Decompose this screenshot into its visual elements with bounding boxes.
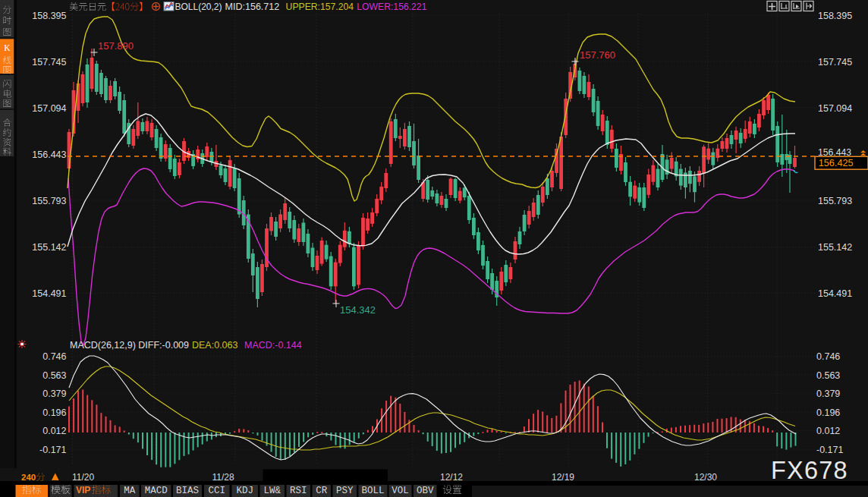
svg-text:157.745: 157.745 (818, 57, 852, 68)
svg-text:UPPER:157.204: UPPER:157.204 (286, 2, 354, 12)
svg-text:MA: MA (124, 486, 136, 496)
svg-text:240: 240 (21, 473, 36, 482)
svg-text:0.196: 0.196 (42, 407, 66, 418)
svg-text:MACD:-0.144: MACD:-0.144 (244, 340, 302, 351)
svg-text:156.425: 156.425 (819, 158, 854, 168)
svg-text:KDJ: KDJ (237, 486, 254, 496)
svg-text:12/12: 12/12 (440, 472, 463, 483)
svg-text:154.491: 154.491 (32, 288, 66, 299)
svg-text:CCI: CCI (209, 486, 226, 496)
svg-text:LW&: LW& (264, 486, 281, 496)
svg-text:VIP: VIP (76, 485, 90, 495)
svg-text:0.379: 0.379 (816, 388, 840, 399)
svg-text:154.342: 154.342 (340, 304, 376, 316)
svg-text:DEA:0.063: DEA:0.063 (192, 340, 238, 351)
svg-text:157.760: 157.760 (580, 49, 615, 61)
svg-text:0.746: 0.746 (816, 351, 840, 362)
svg-text:0.012: 0.012 (42, 426, 66, 436)
svg-text:156.443: 156.443 (32, 149, 66, 160)
svg-text:BIAS: BIAS (176, 486, 199, 496)
svg-text:158.395: 158.395 (818, 11, 852, 21)
svg-text:FX678: FX678 (771, 457, 848, 484)
svg-text:-0.171: -0.171 (816, 445, 843, 455)
svg-text:155.142: 155.142 (32, 242, 66, 253)
svg-text:157.094: 157.094 (32, 103, 66, 114)
svg-text:155.793: 155.793 (32, 196, 66, 206)
svg-text:OBV: OBV (417, 486, 434, 496)
svg-text:CR: CR (316, 486, 328, 496)
svg-text:0.746: 0.746 (42, 351, 66, 362)
svg-text:RSI: RSI (290, 486, 307, 496)
svg-text:-0.171: -0.171 (39, 445, 66, 455)
svg-text:K: K (4, 43, 11, 52)
svg-text:12/19: 12/19 (552, 472, 574, 483)
svg-text:0.012: 0.012 (816, 426, 840, 436)
svg-text:11/28: 11/28 (212, 472, 234, 483)
svg-text:VOL: VOL (392, 486, 409, 496)
svg-text:154.491: 154.491 (818, 288, 852, 299)
svg-text:11/20: 11/20 (72, 472, 94, 483)
svg-text:MACD(26,12,9) DIFF:-0.009: MACD(26,12,9) DIFF:-0.009 (70, 340, 189, 351)
svg-text:BOLL: BOLL (361, 486, 384, 496)
svg-text:157.745: 157.745 (32, 57, 66, 68)
svg-text:0.563: 0.563 (42, 370, 66, 381)
svg-text:155.793: 155.793 (818, 196, 852, 206)
svg-text:155.142: 155.142 (818, 242, 852, 253)
svg-text:MID:156.712: MID:156.712 (225, 2, 280, 12)
svg-text:157.094: 157.094 (818, 103, 852, 114)
svg-text:0.196: 0.196 (816, 407, 840, 418)
svg-text:0.379: 0.379 (42, 388, 66, 399)
svg-text:158.395: 158.395 (32, 11, 66, 21)
svg-text:MACD: MACD (145, 486, 168, 496)
svg-text:BOLL(20,2): BOLL(20,2) (175, 2, 222, 12)
svg-text:157.890: 157.890 (98, 40, 134, 52)
svg-text:0.563: 0.563 (816, 370, 840, 381)
svg-text:PSY: PSY (336, 486, 354, 496)
svg-text:LOWER:156.221: LOWER:156.221 (357, 2, 426, 12)
svg-text:12/30: 12/30 (694, 472, 717, 483)
